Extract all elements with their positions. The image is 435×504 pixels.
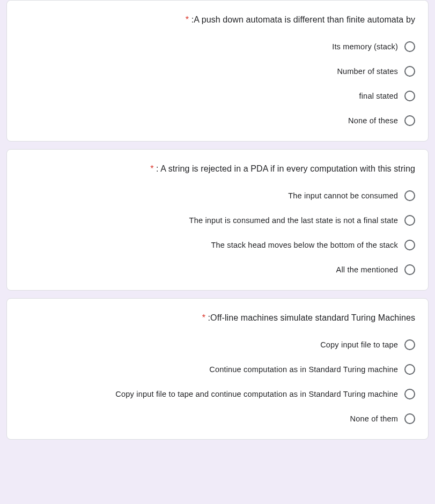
options-group: The input cannot be consumed The input i… — [20, 190, 415, 275]
radio-icon[interactable] — [404, 190, 415, 201]
radio-icon[interactable] — [404, 41, 415, 52]
question-text: :A push down automata is different than … — [191, 15, 415, 24]
option-row[interactable]: None of these — [20, 115, 415, 126]
option-row[interactable]: Copy input file to tape and continue com… — [20, 389, 415, 399]
radio-icon[interactable] — [404, 215, 415, 226]
option-label: Copy input file to tape — [320, 340, 398, 349]
question-title: * :Off-line machines simulate standard T… — [20, 312, 415, 324]
option-label: The stack head moves below the bottom of… — [211, 241, 398, 249]
option-row[interactable]: The input cannot be consumed — [20, 190, 415, 201]
question-text: : A string is rejected in a PDA if in ev… — [156, 164, 415, 173]
option-label: Continue computation as in Standard Turi… — [209, 365, 398, 374]
option-label: Its memory (stack) — [332, 42, 398, 51]
option-label: Copy input file to tape and continue com… — [115, 390, 398, 398]
option-row[interactable]: Its memory (stack) — [20, 41, 415, 52]
option-label: The input cannot be consumed — [288, 191, 398, 200]
option-label: None of these — [348, 116, 398, 125]
radio-icon[interactable] — [404, 339, 415, 350]
question-title: * : A string is rejected in a PDA if in … — [20, 162, 415, 175]
option-label: Number of states — [337, 67, 398, 76]
option-label: All the mentioned — [336, 265, 398, 274]
required-marker: * — [202, 313, 205, 322]
question-text: :Off-line machines simulate standard Tur… — [208, 313, 415, 322]
radio-icon[interactable] — [404, 91, 415, 101]
radio-icon[interactable] — [404, 264, 415, 275]
options-group: Its memory (stack) Number of states fina… — [20, 41, 415, 126]
option-row[interactable]: Copy input file to tape — [20, 339, 415, 350]
required-marker: * — [186, 15, 189, 24]
radio-icon[interactable] — [404, 66, 415, 77]
question-card: * : A string is rejected in a PDA if in … — [6, 149, 429, 291]
option-label: The input is consumed and the last state… — [189, 216, 398, 225]
radio-icon[interactable] — [404, 240, 415, 250]
radio-icon[interactable] — [404, 115, 415, 126]
option-label: None of them — [350, 414, 398, 423]
radio-icon[interactable] — [404, 389, 415, 399]
question-card: * :Off-line machines simulate standard T… — [6, 298, 429, 440]
option-label: final stated — [359, 92, 398, 100]
option-row[interactable]: None of them — [20, 413, 415, 424]
required-marker: * — [150, 164, 153, 173]
option-row[interactable]: The stack head moves below the bottom of… — [20, 240, 415, 250]
radio-icon[interactable] — [404, 413, 415, 424]
option-row[interactable]: Continue computation as in Standard Turi… — [20, 364, 415, 375]
option-row[interactable]: final stated — [20, 91, 415, 101]
question-card: * :A push down automata is different tha… — [6, 0, 429, 142]
option-row[interactable]: All the mentioned — [20, 264, 415, 275]
option-row[interactable]: Number of states — [20, 66, 415, 77]
option-row[interactable]: The input is consumed and the last state… — [20, 215, 415, 226]
options-group: Copy input file to tape Continue computa… — [20, 339, 415, 424]
question-title: * :A push down automata is different tha… — [20, 13, 415, 26]
radio-icon[interactable] — [404, 364, 415, 375]
